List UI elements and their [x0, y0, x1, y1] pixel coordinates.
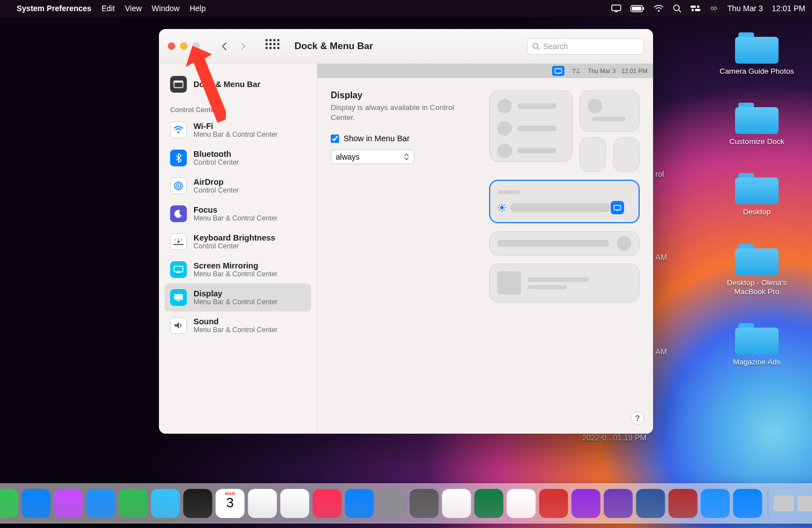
- desktop-folder[interactable]: Camera Guide Photos: [709, 30, 804, 76]
- main-heading: Display: [331, 90, 476, 100]
- search-input[interactable]: Search: [527, 38, 644, 55]
- dock-app[interactable]: [86, 489, 115, 518]
- sidebar-item-airdrop[interactable]: AirDropControl Center: [165, 172, 311, 200]
- minimize-button[interactable]: [180, 42, 187, 50]
- search-placeholder: Search: [543, 42, 568, 51]
- cc-card: [489, 263, 640, 303]
- close-button[interactable]: [168, 42, 175, 50]
- control-center-icon[interactable]: [690, 5, 700, 12]
- desktop-folder[interactable]: Desktop: [709, 171, 804, 217]
- dock-app[interactable]: [733, 489, 762, 518]
- dock-app[interactable]: [248, 489, 277, 518]
- display-badge-icon: [611, 201, 624, 214]
- siri-icon[interactable]: [709, 4, 718, 13]
- dock-app[interactable]: [669, 489, 698, 518]
- airdrop-icon: [170, 177, 187, 194]
- show-condition-select[interactable]: always: [331, 150, 414, 164]
- sidebar-item-display[interactable]: DisplayMenu Bar & Control Center: [165, 284, 311, 311]
- sidebar-item-label: AirDrop: [194, 177, 239, 186]
- folder-icon: [735, 321, 779, 354]
- dock-app[interactable]: [281, 489, 310, 518]
- search-icon: [532, 42, 540, 50]
- dock-app[interactable]: [151, 489, 180, 518]
- show-in-menubar-row[interactable]: Show in Menu Bar: [331, 134, 476, 143]
- show-in-menubar-checkbox[interactable]: [331, 135, 339, 143]
- dock-app[interactable]: [701, 489, 730, 518]
- sidebar: Dock & Menu Bar Control Center Wi-FiMenu…: [159, 64, 317, 434]
- sidebar-item-focus[interactable]: FocusMenu Bar & Control Center: [165, 200, 311, 228]
- dock-app[interactable]: [183, 489, 212, 518]
- sidebar-item-subtitle: Control Center: [194, 242, 276, 250]
- dock-menubar-icon: [170, 76, 187, 93]
- dock-app[interactable]: [345, 489, 374, 518]
- dock-app[interactable]: [604, 489, 633, 518]
- dock-app[interactable]: [475, 489, 504, 518]
- dock-app[interactable]: [22, 489, 51, 518]
- dock-app[interactable]: [378, 489, 407, 518]
- svg-point-5: [658, 9, 660, 11]
- menu-edit[interactable]: Edit: [102, 4, 115, 13]
- svg-point-38: [500, 206, 504, 209]
- sidebar-item-sound[interactable]: SoundMenu Bar & Control Center: [165, 311, 311, 339]
- dock-app[interactable]: [410, 489, 439, 518]
- help-button[interactable]: ?: [631, 411, 644, 425]
- sidebar-item-keyboard-brightness[interactable]: Keyboard BrightnessControl Center: [165, 228, 311, 256]
- menu-window[interactable]: Window: [152, 4, 180, 13]
- cc-display-card-highlighted: [489, 180, 640, 223]
- preview-time: 12:01 PM: [621, 68, 647, 74]
- svg-line-7: [679, 10, 681, 12]
- spotlight-icon[interactable]: [673, 4, 682, 13]
- dock-app[interactable]: [572, 489, 601, 518]
- svg-rect-29: [174, 294, 183, 300]
- desktop-folder[interactable]: Customize Dock: [709, 100, 804, 146]
- svg-rect-1: [615, 11, 618, 12]
- sidebar-item-label: Keyboard Brightness: [194, 233, 276, 242]
- menu-help[interactable]: Help: [190, 4, 206, 13]
- svg-line-25: [175, 239, 176, 241]
- partial-label: rol: [655, 170, 664, 179]
- dock-minimized-window[interactable]: [774, 496, 794, 511]
- menubar-date[interactable]: Thu Mar 3: [727, 4, 763, 13]
- sidebar-item-wi-fi[interactable]: Wi-FiMenu Bar & Control Center: [165, 116, 311, 144]
- sidebar-item-label: Screen Mirroring: [194, 261, 278, 270]
- preview-display-icon: [552, 66, 564, 76]
- dock-app[interactable]: [119, 489, 148, 518]
- svg-rect-34: [572, 69, 576, 70]
- cc-card: [489, 90, 573, 162]
- show-all-button[interactable]: [265, 39, 280, 54]
- menu-view[interactable]: View: [125, 4, 142, 13]
- sidebar-item-bluetooth[interactable]: BluetoothControl Center: [165, 144, 311, 172]
- dock-app[interactable]: [507, 489, 536, 518]
- sidebar-section-label: Control Center: [165, 98, 311, 116]
- app-menu[interactable]: System Preferences: [17, 4, 91, 13]
- wifi-icon[interactable]: [654, 5, 664, 12]
- dock-app[interactable]: [636, 489, 665, 518]
- back-button[interactable]: [216, 39, 232, 54]
- svg-line-44: [504, 210, 505, 211]
- partial-label: AM: [655, 347, 667, 356]
- sidebar-item-screen-mirroring[interactable]: Screen MirroringMenu Bar & Control Cente…: [165, 256, 311, 284]
- sidebar-item-subtitle: Menu Bar & Control Center: [194, 270, 278, 278]
- dock-app[interactable]: [442, 489, 471, 518]
- dock-app[interactable]: [313, 489, 342, 518]
- forward-button[interactable]: [235, 39, 251, 54]
- menubar-time[interactable]: 12:01 PM: [772, 4, 805, 13]
- desktop-folder[interactable]: Desktop - Olena's MacBook Pro: [709, 242, 804, 296]
- dock-app[interactable]: [54, 489, 83, 518]
- desktop-folder[interactable]: Magazine Ads: [709, 321, 804, 367]
- cc-card: [579, 90, 640, 132]
- sidebar-item-subtitle: Control Center: [194, 186, 239, 194]
- svg-rect-0: [612, 5, 621, 11]
- battery-icon[interactable]: [630, 5, 645, 12]
- dock-app[interactable]: MAR3: [216, 489, 245, 518]
- display-icon[interactable]: [611, 4, 621, 12]
- dock-minimized-window[interactable]: [798, 496, 813, 511]
- window-titlebar: Dock & Menu Bar Search: [159, 29, 653, 64]
- sidebar-item-dock-menubar[interactable]: Dock & Menu Bar: [165, 70, 311, 98]
- screen-mirroring-icon: [170, 261, 187, 278]
- folder-label: Desktop: [743, 208, 771, 217]
- sidebar-item-subtitle: Menu Bar & Control Center: [194, 214, 278, 222]
- dock-app[interactable]: [539, 489, 568, 518]
- maximize-button[interactable]: [192, 42, 200, 50]
- dock-app[interactable]: [0, 489, 18, 518]
